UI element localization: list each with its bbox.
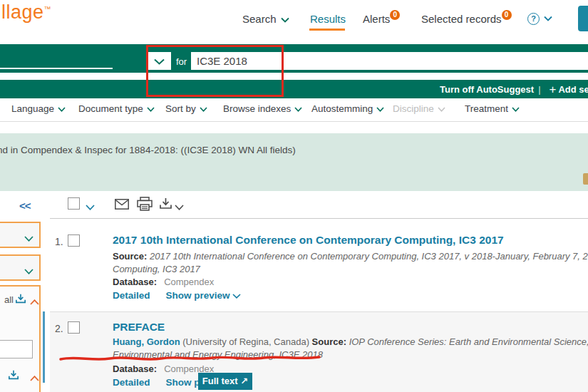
show-preview-link[interactable]: Show preview	[166, 290, 242, 301]
nav-results-label: Results	[310, 13, 346, 25]
full-text-button[interactable]: Full text ↗	[198, 373, 252, 390]
filter-document-type[interactable]: Document type	[78, 103, 155, 114]
database-label: Database:	[113, 363, 157, 374]
brand-logo[interactable]: llage™	[1, 1, 51, 24]
nav-help-menu[interactable]: ?	[527, 11, 552, 25]
result-number: 2.	[55, 323, 63, 334]
nav-selected-records[interactable]: Selected records0	[421, 13, 512, 25]
result-author-source-line: Huang, Gordon (University of Regina, Can…	[113, 336, 588, 347]
result-2-checkbox[interactable]	[68, 321, 80, 334]
select-all-checkbox[interactable]	[68, 197, 80, 210]
chevron-down-icon	[200, 103, 207, 114]
result-title-link[interactable]: 2017 10th International Conference on Co…	[113, 234, 504, 247]
sidebar-dropdown-1[interactable]	[0, 222, 41, 248]
nav-selected-records-label: Selected records	[421, 13, 502, 25]
download-button[interactable]	[160, 197, 172, 212]
vertical-scrollbar[interactable]	[43, 311, 45, 383]
chevron-down-icon	[232, 294, 241, 299]
facet2-download-icon[interactable]	[9, 370, 19, 383]
chevron-down-icon	[154, 55, 165, 68]
results-summary-text: nd in Compendex & Inspec for 1884-2018: …	[0, 145, 296, 155]
result-database-row: Database:Compendex	[113, 363, 588, 374]
email-button[interactable]	[115, 199, 129, 212]
print-button[interactable]	[137, 197, 153, 214]
filter-discipline-label: Discipline	[393, 103, 434, 114]
filter-bar: Language Document type Sort by Browse in…	[0, 98, 588, 122]
nav-alerts-label: Alerts	[363, 13, 390, 25]
source-label: Source:	[312, 336, 346, 347]
sidebar-facet-panel: all	[0, 285, 41, 392]
database-value: Compendex	[164, 277, 214, 287]
facet2-collapse-icon[interactable]	[30, 371, 39, 384]
for-label: for	[176, 56, 187, 67]
filter-autostemming-label: Autostemming	[311, 103, 373, 114]
download-options-dropdown[interactable]	[175, 200, 184, 213]
brand-logo-text: llage	[1, 1, 44, 23]
selected-records-count-badge: 0	[502, 10, 512, 20]
facet-search-input[interactable]	[0, 340, 33, 359]
select-all-dropdown[interactable]	[86, 200, 95, 213]
nav-alerts[interactable]: Alerts0	[363, 13, 400, 25]
show-preview-label: Show preview	[166, 290, 230, 301]
chevron-down-icon	[24, 264, 33, 277]
chevron-down-icon	[376, 103, 384, 114]
source-text-cont: Computing, IC3 2017	[113, 264, 200, 274]
filter-treatment[interactable]: Treatment	[465, 103, 520, 114]
source-label: Source:	[113, 251, 147, 262]
result-database-row: Database:Compendex	[113, 277, 588, 287]
help-icon: ?	[527, 13, 540, 25]
header-corner-button[interactable]	[578, 6, 588, 31]
result-source-line2: Computing, IC3 2017	[113, 264, 588, 274]
engineering-village-results-page: llage™ Search Results Alerts0 Selected r…	[0, 0, 588, 392]
result-source-line2: Environmental and Energy Engineering, IC…	[113, 349, 588, 360]
sidebar-dropdown-2[interactable]	[0, 254, 41, 281]
chevron-down-icon	[512, 103, 520, 114]
nav-search-label: Search	[242, 13, 277, 25]
alerts-count-badge: 0	[390, 10, 400, 20]
nav-tab-results[interactable]: Results	[310, 13, 346, 25]
toolbar-divider	[50, 218, 588, 219]
facet-download-icon[interactable]	[16, 294, 26, 306]
results-summary-band: nd in Compendex & Inspec for 1884-2018: …	[0, 133, 588, 191]
detailed-link[interactable]: Detailed	[113, 290, 150, 301]
external-link-arrow-icon: ↗	[240, 376, 248, 386]
trademark-symbol: ™	[44, 5, 52, 13]
chevron-down-icon	[438, 103, 445, 114]
result-source-line: Source: 2017 10th International Conferen…	[113, 251, 588, 262]
nav-search-menu[interactable]: Search	[242, 13, 289, 25]
detailed-link[interactable]: Detailed	[113, 377, 150, 388]
result-title-link[interactable]: PREFACE	[113, 321, 165, 334]
filter-language[interactable]: Language	[11, 103, 66, 114]
source-text: IOP Conference Series: Earth and Environ…	[349, 336, 588, 347]
print-icon	[137, 197, 153, 211]
author-link[interactable]: Huang, Gordon	[113, 336, 180, 347]
sidebar-collapse-button[interactable]: <<	[19, 200, 31, 212]
search-field-dropdown[interactable]	[148, 52, 171, 70]
database-label: Database:	[113, 277, 157, 287]
turn-off-autosuggest-link[interactable]: Turn off AutoSuggest	[440, 84, 534, 95]
search-query-input[interactable]	[191, 52, 588, 70]
band-gap	[0, 73, 588, 80]
filter-sort-by[interactable]: Sort by	[165, 103, 207, 114]
source-text: 2017 10th International Conference on Co…	[150, 251, 588, 262]
filter-autostemming[interactable]: Autostemming	[311, 103, 384, 114]
chevron-down-icon	[294, 103, 302, 114]
result-actions-row: DetailedShow preview	[113, 289, 241, 301]
plus-icon: +	[550, 83, 557, 96]
facet-collapse-icon[interactable]	[30, 295, 39, 308]
active-tab-underline	[309, 29, 345, 31]
result-1-checkbox[interactable]	[68, 234, 80, 247]
facet-label-partial: all	[4, 294, 14, 305]
filter-browse-indexes[interactable]: Browse indexes	[223, 103, 302, 114]
chevron-down-icon	[544, 11, 552, 24]
chevron-down-icon	[147, 103, 155, 114]
filter-document-type-label: Document type	[78, 103, 143, 114]
download-icon	[160, 197, 172, 210]
filter-language-label: Language	[11, 103, 54, 114]
chevron-down-icon	[24, 232, 33, 244]
filter-sort-by-label: Sort by	[165, 103, 196, 114]
add-search-field-link[interactable]: Add search field	[558, 84, 588, 95]
affiliation-text: (University of Regina, Canada)	[182, 336, 309, 347]
chevron-down-icon	[175, 205, 184, 210]
search-field-underline	[0, 68, 113, 69]
